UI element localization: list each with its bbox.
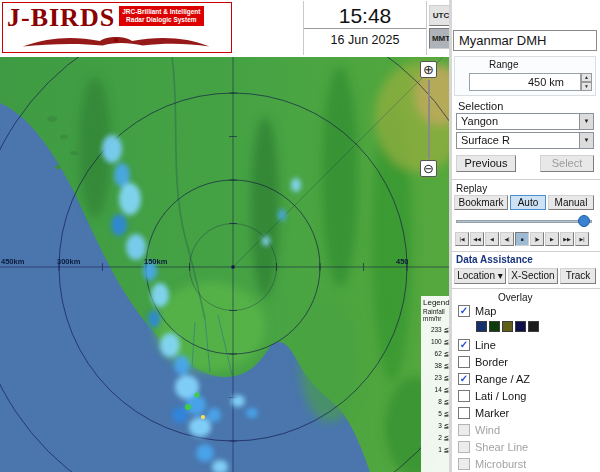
bookmark-button[interactable]: Bookmark: [454, 195, 508, 210]
playback-controls: |◀ ◀◀ ◀ ◀| ■ |▶ ▶ ▶▶ ▶|: [455, 232, 589, 246]
chevron-down-icon[interactable]: ▼: [579, 114, 593, 129]
line-checkbox[interactable]: ✓: [458, 339, 470, 351]
data-assistance-label: Data Assistance: [456, 254, 533, 265]
eagle-icon: [9, 34, 223, 50]
wind-checkbox[interactable]: [458, 424, 470, 436]
marker-checkbox[interactable]: [458, 407, 470, 419]
replay-slider[interactable]: [456, 214, 592, 228]
jbirds-logo: J-BIRDS JRC-Brilliant & Intelligent Rada…: [2, 2, 232, 53]
location-button[interactable]: Location ▾: [454, 268, 506, 284]
map-color-swatch[interactable]: [476, 321, 487, 332]
skip-start-button[interactable]: |◀: [455, 232, 469, 246]
track-button[interactable]: Track: [560, 268, 596, 284]
skip-end-button[interactable]: ▶|: [575, 232, 589, 246]
zoom-in-button[interactable]: ⊕: [420, 61, 437, 78]
chevron-down-icon: ▾: [498, 270, 503, 281]
fast-rewind-button[interactable]: ◀◀: [470, 232, 484, 246]
map-color-swatch[interactable]: [528, 321, 539, 332]
legend-row: 8 ≦: [423, 396, 449, 408]
map-color-swatch[interactable]: [502, 321, 513, 332]
border-checkbox[interactable]: [458, 356, 470, 368]
legend-row: 2 ≦: [423, 432, 449, 444]
legend-row: 100 ≦: [423, 336, 449, 348]
fast-forward-button[interactable]: ▶▶: [560, 232, 574, 246]
overlay-item-label: Shear Line: [475, 441, 528, 453]
overlay-item-line[interactable]: ✓ Line: [458, 338, 496, 352]
range-spinner: ▲ ▼: [581, 73, 592, 91]
legend-row: 38 ≦: [423, 360, 449, 372]
clock-time: 15:48: [304, 1, 426, 29]
legend-row: 62 ≦: [423, 348, 449, 360]
shear-line-checkbox[interactable]: [458, 441, 470, 453]
overlay-item-label: Range / AZ: [475, 373, 530, 385]
legend-row: 23 ≦: [423, 372, 449, 384]
overlay-item-label: Map: [475, 305, 496, 317]
overlay-item-shear-line[interactable]: Shear Line: [458, 440, 528, 454]
jbirds-app: J-BIRDS JRC-Brilliant & Intelligent Rada…: [0, 0, 600, 472]
map-color-swatch[interactable]: [489, 321, 500, 332]
legend-row: 1 ≦: [423, 444, 449, 456]
station-title: Myanmar DMH: [453, 30, 597, 51]
map-color-swatch[interactable]: [515, 321, 526, 332]
overlay-item-lati-long[interactable]: Lati / Long: [458, 389, 526, 403]
previous-button[interactable]: Previous: [456, 155, 516, 172]
auto-button[interactable]: Auto: [510, 195, 546, 210]
slider-track[interactable]: [456, 220, 592, 223]
site-dropdown[interactable]: Yangon ▼: [456, 113, 594, 130]
spinner-down-icon[interactable]: ▼: [581, 82, 592, 91]
overlay-item-map[interactable]: ✓ Map: [458, 304, 496, 318]
ring-label-450-east: 450: [396, 257, 409, 266]
legend-unit-line1: Rainfall: [423, 308, 449, 315]
x-section-button[interactable]: X-Section: [508, 268, 558, 284]
separator: [452, 251, 600, 252]
rainfall-legend: Legend Rainfall mm/hr 233 ≦ 100 ≦ 62 ≦ 3…: [421, 296, 449, 472]
site-dropdown-value: Yangon: [461, 115, 498, 127]
replay-label: Replay: [456, 183, 487, 194]
play-button[interactable]: ▶: [545, 232, 559, 246]
overlay-item-label: Border: [475, 356, 508, 368]
select-button[interactable]: Select: [540, 155, 594, 172]
overlay-item-label: Wind: [475, 424, 500, 436]
range-group: Range 450 km ▲ ▼: [454, 56, 596, 96]
radar-map[interactable]: 450km 300km 150km 450 ⊕ ⊖ Legend Rainfal…: [0, 57, 449, 472]
overlay-label: Overlay: [498, 292, 532, 303]
clock-date: 16 Jun 2025: [304, 33, 426, 47]
overlay-item-range-az[interactable]: ✓ Range / AZ: [458, 372, 530, 386]
map-checkbox[interactable]: ✓: [458, 305, 470, 317]
ring-label-450km: 450km: [1, 257, 25, 266]
lati-long-checkbox[interactable]: [458, 390, 470, 402]
spinner-up-icon[interactable]: ▲: [581, 73, 592, 82]
stop-button[interactable]: ■: [515, 232, 529, 246]
overlay-item-wind[interactable]: Wind: [458, 423, 500, 437]
logo-title: J-BIRDS: [7, 5, 115, 31]
range-value: 450 km: [469, 73, 581, 91]
zoom-slider-track[interactable]: [428, 80, 430, 159]
step-back-button[interactable]: ◀|: [500, 232, 514, 246]
ring-label-150km: 150km: [144, 257, 168, 266]
microburst-checkbox[interactable]: [458, 458, 470, 470]
manual-button[interactable]: Manual: [548, 195, 594, 210]
play-back-button[interactable]: ◀: [485, 232, 499, 246]
ring-label-300km: 300km: [57, 257, 81, 266]
logo-tagline-line2: Radar Dialogic System: [122, 16, 200, 24]
separator: [452, 288, 600, 289]
range-az-checkbox[interactable]: ✓: [458, 373, 470, 385]
legend-row: 5 ≦: [423, 408, 449, 420]
product-dropdown-value: Surface R: [461, 134, 510, 146]
clock-panel: 15:48 16 Jun 2025: [303, 1, 427, 55]
step-forward-button[interactable]: |▶: [530, 232, 544, 246]
radar-map-canvas: 450km 300km 150km 450: [0, 57, 449, 472]
logo-tagline-line1: JRC-Brilliant & Intelligent: [122, 8, 200, 16]
slider-thumb[interactable]: [578, 215, 590, 227]
chevron-down-icon[interactable]: ▼: [579, 133, 593, 148]
overlay-item-microburst[interactable]: Microburst: [458, 457, 526, 471]
overlay-item-label: Microburst: [475, 458, 526, 470]
overlay-item-label: Line: [475, 339, 496, 351]
overlay-item-border[interactable]: Border: [458, 355, 508, 369]
overlay-item-marker[interactable]: Marker: [458, 406, 509, 420]
zoom-out-button[interactable]: ⊖: [420, 160, 437, 177]
selection-label: Selection: [458, 100, 503, 112]
separator: [452, 179, 600, 180]
range-label: Range: [489, 59, 518, 70]
product-dropdown[interactable]: Surface R ▼: [456, 132, 594, 149]
